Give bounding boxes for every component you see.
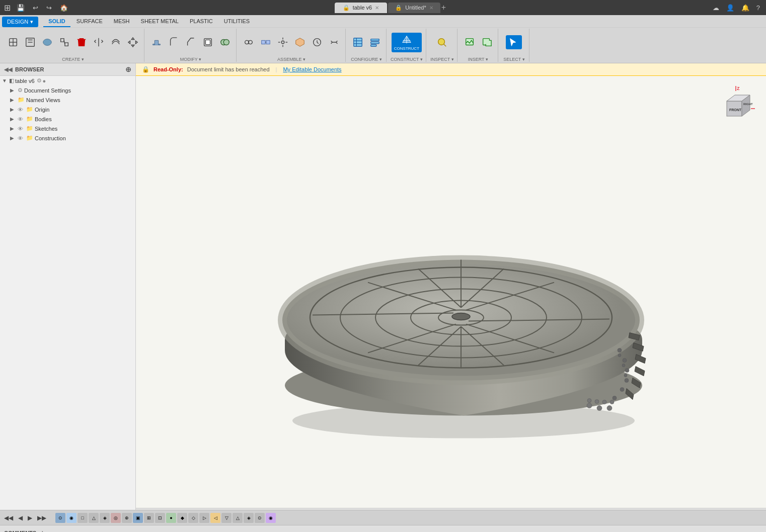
config-table-btn[interactable] — [350, 35, 366, 49]
tab-utilities[interactable]: UTILITIES — [219, 16, 255, 27]
inspect-main-btn[interactable] — [434, 35, 450, 49]
insert-arrow[interactable]: ▾ — [486, 57, 488, 62]
tab-plastic[interactable]: PLASTIC — [185, 16, 218, 27]
create-arrow[interactable]: ▾ — [82, 57, 84, 62]
new-tab-button[interactable]: + — [441, 3, 446, 12]
motion-link-btn[interactable] — [326, 35, 342, 49]
timeline-item-2[interactable]: ◉ — [66, 513, 76, 523]
tab-close-button[interactable]: ✕ — [375, 5, 379, 11]
browser-collapse-button[interactable]: ◀◀ — [4, 66, 12, 73]
timeline-prev-btn[interactable]: ◀ — [16, 513, 25, 522]
timeline-item-16[interactable]: ▽ — [221, 513, 232, 523]
assemble-arrow[interactable]: ▾ — [303, 57, 305, 62]
tab-sheet-metal[interactable]: SHEET METAL — [136, 16, 184, 27]
tree-sketches[interactable]: ▶ 👁 📁 Sketches — [0, 124, 135, 133]
press-pull-btn[interactable] — [148, 35, 165, 49]
viewport[interactable]: 🔒 Read-Only: Document limit has been rea… — [136, 63, 766, 510]
browser-options-button[interactable]: ⊕ — [125, 65, 131, 73]
timeline-item-9[interactable]: ⊞ — [144, 513, 154, 523]
timeline-item-17[interactable]: △ — [233, 513, 243, 523]
construct-main-btn[interactable]: CONSTRUCT — [392, 33, 422, 52]
timeline-item-15[interactable]: ◁ — [210, 513, 220, 523]
timeline-item-3[interactable]: □ — [78, 513, 88, 523]
tab-surface[interactable]: SURFACE — [71, 16, 108, 27]
active-document-tab[interactable]: 🔒 table v6 ✕ — [335, 3, 388, 13]
create-newcomp-btn[interactable] — [5, 35, 21, 49]
redo-button[interactable]: ↪ — [44, 3, 54, 13]
config-params-btn[interactable] — [367, 35, 383, 49]
origin-eye-icon[interactable]: 👁 — [18, 107, 23, 113]
tree-named-views[interactable]: ▶ 📁 Named Views — [0, 95, 135, 105]
mirror-btn[interactable] — [91, 35, 107, 49]
tab-mesh[interactable]: MESH — [109, 16, 135, 27]
timeline-start-btn[interactable]: ◀◀ — [2, 513, 15, 522]
timeline-item-19[interactable]: ⊙ — [255, 513, 265, 523]
origin-arrow[interactable]: ▶ — [10, 107, 16, 112]
timeline-item-4[interactable]: △ — [89, 513, 99, 523]
docsettings-arrow[interactable]: ▶ — [10, 87, 16, 93]
orientation-cube[interactable]: Z FRONT RIGHT — [716, 86, 756, 126]
save-button[interactable]: 💾 — [15, 3, 27, 13]
timeline-end-btn[interactable]: ▶▶ — [35, 513, 48, 522]
create-sketch-btn[interactable] — [22, 35, 38, 49]
fillet-btn[interactable] — [166, 35, 182, 49]
timeline-item-7[interactable]: ⊕ — [122, 513, 132, 523]
canvas-area[interactable]: Z FRONT RIGHT ⊙ ◎ ✋ — [136, 76, 766, 510]
rigid-group-btn[interactable] — [292, 35, 308, 49]
construction-eye-icon[interactable]: 👁 — [18, 135, 23, 141]
help-icon[interactable]: ? — [754, 3, 762, 13]
timeline-item-5[interactable]: ◈ — [100, 513, 110, 523]
namedviews-arrow[interactable]: ▶ — [10, 97, 16, 103]
sketches-eye-icon[interactable]: 👁 — [18, 126, 23, 132]
undo-button[interactable]: ↩ — [31, 3, 40, 13]
tree-root-item[interactable]: ▼ ◧ table v6 ⚙ ● — [0, 76, 135, 85]
root-dot-icon[interactable]: ● — [43, 78, 46, 84]
timeline-item-20[interactable]: ◉ — [266, 513, 276, 523]
configure-arrow[interactable]: ▾ — [379, 57, 382, 62]
create-form-btn[interactable] — [39, 35, 55, 49]
root-gear-icon[interactable]: ⚙ — [37, 77, 42, 84]
inspect-arrow[interactable]: ▾ — [451, 57, 454, 62]
thicken-btn[interactable] — [108, 35, 124, 49]
timeline-item-14[interactable]: ▷ — [199, 513, 209, 523]
root-expand-arrow[interactable]: ▼ — [2, 78, 8, 83]
sketches-arrow[interactable]: ▶ — [10, 126, 16, 131]
design-dropdown[interactable]: DESIGN ▾ — [2, 17, 38, 27]
drive-joints-btn[interactable] — [309, 35, 325, 49]
tree-origin[interactable]: ▶ 👁 📁 Origin — [0, 105, 135, 114]
editable-documents-link[interactable]: My Editable Documents — [283, 66, 341, 72]
tree-doc-settings[interactable]: ▶ ⚙ Document Settings — [0, 85, 135, 95]
asbuilt-btn[interactable] — [258, 35, 274, 49]
timeline-play-btn[interactable]: ▶ — [26, 513, 34, 522]
timeline-item-6[interactable]: ◎ — [111, 513, 121, 523]
modify-arrow[interactable]: ▾ — [199, 57, 201, 62]
timeline-item-13[interactable]: ◇ — [188, 513, 198, 523]
home-button[interactable]: 🏠 — [58, 3, 70, 13]
insert-canvas-btn[interactable] — [462, 35, 478, 49]
select-arrow[interactable]: ▾ — [522, 57, 525, 62]
construction-arrow[interactable]: ▶ — [10, 135, 16, 141]
notification-icon[interactable]: 🔔 — [739, 3, 751, 13]
cloud-icon[interactable]: ☁ — [711, 3, 721, 13]
combine-btn[interactable] — [217, 35, 233, 49]
timeline-item-10[interactable]: ⊡ — [155, 513, 165, 523]
insert-more-btn[interactable] — [479, 35, 495, 49]
timeline-item-18[interactable]: ◈ — [244, 513, 254, 523]
timeline-item-11[interactable]: ● — [166, 513, 176, 523]
bodies-arrow[interactable]: ▶ — [10, 116, 16, 122]
select-main-btn[interactable] — [506, 35, 522, 49]
tree-construction[interactable]: ▶ 👁 📁 Construction — [0, 133, 135, 143]
tree-bodies[interactable]: ▶ 👁 📁 Bodies — [0, 114, 135, 124]
joint-origin-btn[interactable] — [275, 35, 291, 49]
joint-btn[interactable] — [241, 35, 257, 49]
bodies-eye-icon[interactable]: 👁 — [18, 116, 23, 122]
derive-btn[interactable] — [56, 35, 72, 49]
shell-btn[interactable] — [200, 35, 216, 49]
app-grid-icon[interactable]: ⊞ — [4, 3, 11, 13]
move-btn[interactable] — [125, 35, 141, 49]
delete-btn[interactable] — [73, 35, 90, 49]
user-icon[interactable]: 👤 — [724, 3, 736, 13]
untitled-tab-close[interactable]: ✕ — [429, 5, 433, 11]
comments-plus-button[interactable]: + — [40, 529, 44, 533]
timeline-item-1[interactable]: ⊙ — [55, 513, 65, 523]
